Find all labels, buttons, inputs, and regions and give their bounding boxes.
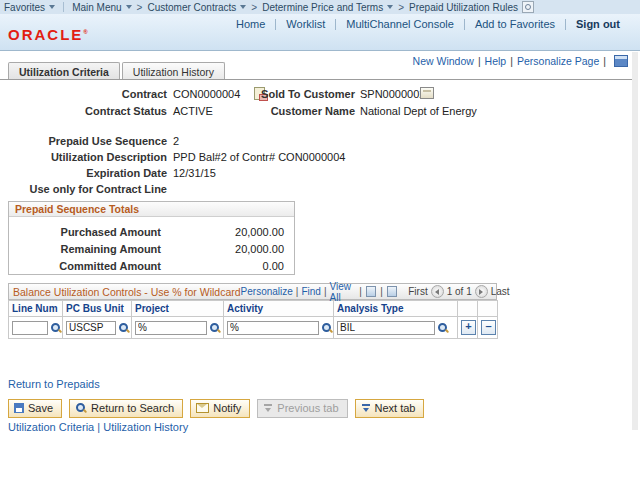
separator: |: [356, 286, 365, 297]
worklist-link[interactable]: Worklist: [276, 18, 335, 30]
header-links: Home Worklist MultiChannel Console Add t…: [226, 18, 630, 30]
next-tab-icon: [361, 403, 371, 413]
breadcrumb-separator: >: [397, 2, 405, 13]
breadcrumb-main-menu[interactable]: Main Menu: [68, 2, 135, 13]
breadcrumb-favorites-label: Favorites: [4, 2, 45, 13]
next-tab-button[interactable]: Next tab: [355, 399, 425, 418]
use-only-contract-line-label: Use only for Contract Line: [0, 183, 167, 195]
grid-title: Balance Utilization Controls - Use % for…: [9, 286, 241, 298]
personalize-page-link[interactable]: Personalize Page: [517, 55, 599, 67]
add-row-button[interactable]: +: [461, 320, 476, 335]
utilization-description-label: Utilization Description: [0, 151, 167, 163]
breadcrumb-search-icon[interactable]: [522, 1, 534, 13]
footer-utilization-history-link[interactable]: Utilization History: [103, 421, 188, 433]
last-label[interactable]: Last: [491, 286, 510, 297]
oracle-logo: ORACLE®: [8, 26, 88, 43]
expiration-date-value: 12/31/15: [173, 167, 216, 179]
project-input[interactable]: [135, 321, 207, 335]
home-link[interactable]: Home: [226, 18, 275, 30]
column-header-add: [458, 301, 478, 317]
activity-input[interactable]: [227, 321, 319, 335]
column-header-project: Project: [132, 301, 224, 317]
add-to-favorites-link[interactable]: Add to Favorites: [465, 18, 565, 30]
pc-bus-unit-lookup-icon[interactable]: [118, 322, 130, 334]
tab-utilization-criteria[interactable]: Utilization Criteria: [8, 62, 120, 80]
table-row: + –: [9, 317, 498, 339]
toolbar: Save Return to Search Notify Previous ta…: [8, 399, 424, 418]
save-button[interactable]: Save: [8, 399, 62, 418]
breadcrumb-item-label: Prepaid Utilization Rules: [409, 2, 518, 13]
customer-name-label: Customer Name: [230, 105, 355, 117]
delete-row-button[interactable]: –: [481, 320, 496, 335]
previous-tab-icon: [263, 403, 273, 413]
breadcrumb-favorites[interactable]: Favorites: [0, 2, 59, 13]
new-window-link[interactable]: New Window: [413, 55, 474, 67]
application-window: Favorites Main Menu > Customer Contracts…: [0, 0, 640, 480]
pc-bus-unit-input[interactable]: [66, 321, 116, 335]
scrollbar-track[interactable]: [632, 52, 638, 430]
personalize-link[interactable]: Personalize: [241, 286, 293, 297]
return-to-prepaids-link[interactable]: Return to Prepaids: [8, 378, 100, 390]
grid-header-row: Line Num PC Bus Unit Project Activity An…: [9, 301, 498, 317]
download-to-excel-icon[interactable]: [366, 286, 376, 297]
purchased-amount-label: Purchased Amount: [9, 226, 161, 238]
zoom-grid-icon[interactable]: [387, 286, 397, 297]
group-box-title: Prepaid Sequence Totals: [9, 202, 294, 217]
breadcrumb-item-label: Customer Contracts: [147, 2, 236, 13]
separator: |: [599, 55, 610, 67]
breadcrumb-determine-price-terms[interactable]: Determine Price and Terms: [258, 2, 397, 13]
tab-utilization-history[interactable]: Utilization History: [122, 62, 225, 80]
project-lookup-icon[interactable]: [209, 322, 221, 334]
row-count: 1 of 1: [447, 286, 472, 297]
column-header-analysis-type: Analysis Type: [334, 301, 458, 317]
first-label[interactable]: First: [408, 286, 427, 297]
line-num-lookup-icon[interactable]: [50, 322, 62, 334]
tab-divider: [0, 79, 632, 80]
customer-info-icon[interactable]: [420, 87, 434, 99]
breadcrumb-customer-contracts[interactable]: Customer Contracts: [143, 2, 250, 13]
breadcrumb-item-label: Determine Price and Terms: [262, 2, 383, 13]
return-to-search-icon: [75, 402, 87, 414]
previous-row-icon[interactable]: [431, 285, 444, 298]
personalize-layout-icon[interactable]: [614, 55, 628, 67]
grid-pager: First 1 of 1 Last: [398, 285, 513, 298]
view-all-link[interactable]: View All: [330, 281, 357, 303]
grid-links: Personalize | Find | View All | |: [241, 281, 399, 303]
sign-out-link[interactable]: Sign out: [566, 18, 630, 30]
multichannel-console-link[interactable]: MultiChannel Console: [336, 18, 464, 30]
analysis-type-input[interactable]: [337, 321, 435, 335]
separator: |: [474, 55, 485, 67]
chevron-down-icon: [49, 5, 55, 9]
breadcrumb-separator: >: [250, 2, 258, 13]
purchased-amount-value: 20,000.00: [235, 226, 284, 238]
save-icon: [14, 403, 24, 413]
breadcrumb-separator: >: [136, 2, 144, 13]
notify-button[interactable]: Notify: [190, 399, 250, 418]
breadcrumb-item-label: Main Menu: [72, 2, 121, 13]
return-to-search-button[interactable]: Return to Search: [69, 399, 183, 418]
remaining-amount-label: Remaining Amount: [9, 243, 161, 255]
breadcrumb: Favorites Main Menu > Customer Contracts…: [0, 0, 640, 14]
next-row-icon[interactable]: [475, 285, 488, 298]
activity-lookup-icon[interactable]: [321, 322, 333, 334]
column-header-activity: Activity: [224, 301, 334, 317]
chevron-down-icon: [240, 5, 246, 9]
sold-to-customer-label: Sold To Customer: [230, 88, 355, 100]
separator: |: [293, 286, 302, 297]
footer-utilization-criteria-link[interactable]: Utilization Criteria: [8, 421, 94, 433]
grid-navigation-bar: Balance Utilization Controls - Use % for…: [8, 283, 497, 300]
find-link[interactable]: Find: [301, 286, 320, 297]
line-num-input[interactable]: [12, 321, 48, 335]
help-link[interactable]: Help: [485, 55, 507, 67]
prepaid-sequence-totals-box: Prepaid Sequence Totals Purchased Amount…: [8, 201, 295, 275]
separator: [63, 2, 64, 12]
tab-bar: Utilization Criteria Utilization History: [8, 62, 227, 80]
committed-amount-label: Committed Amount: [9, 260, 161, 272]
chevron-down-icon: [126, 5, 132, 9]
balance-utilization-grid: Balance Utilization Controls - Use % for…: [8, 283, 497, 339]
header-band: ORACLE® Home Worklist MultiChannel Conso…: [0, 14, 640, 51]
analysis-type-lookup-icon[interactable]: [437, 322, 449, 334]
breadcrumb-current-page: Prepaid Utilization Rules: [405, 1, 538, 13]
column-header-delete: [478, 301, 498, 317]
notify-envelope-icon: [196, 403, 209, 413]
